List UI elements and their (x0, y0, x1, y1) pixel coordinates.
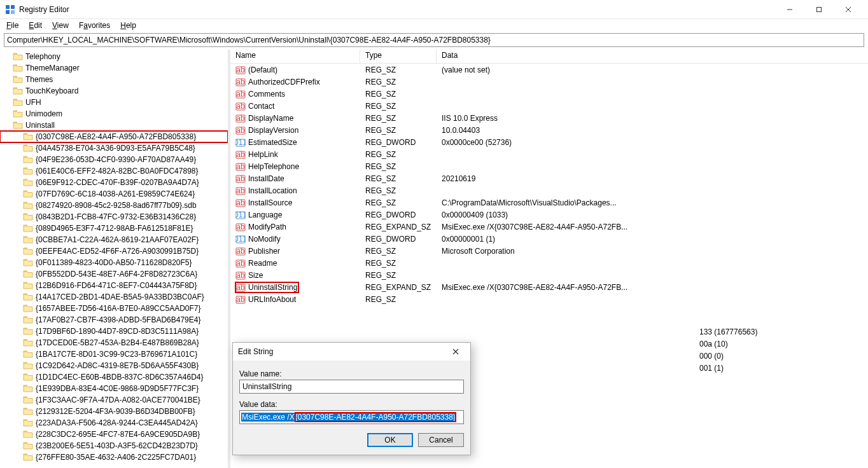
tree-key[interactable]: {06E9F912-CDEC-470F-B39F-0207BA9A4D7A} (0, 177, 228, 188)
menu-favorites[interactable]: Favorites (75, 20, 114, 31)
svg-text:ab: ab (236, 247, 245, 256)
value-data-field[interactable]: MsiExec.exe /X{0307C98E-AE82-4A4F-A950-A… (239, 410, 464, 424)
tree-key[interactable]: {1BA17C7E-8D01-3C99-9C23-B769671A101C} (0, 348, 228, 360)
menu-help[interactable]: Help (116, 20, 140, 31)
tree-key[interactable]: {17DCED0E-5B27-453A-B2B4-E487B869B28A} (0, 337, 228, 348)
menu-view[interactable]: View (48, 20, 73, 31)
tree-key[interactable]: {12B6D916-FD64-471C-8EF7-C04443A75F8D} (0, 280, 228, 291)
tree-key-selected[interactable]: {0307C98E-AE82-4A4F-A950-A72FBD805338} (0, 131, 228, 142)
value-row[interactable]: abCommentsREG_SZ (230, 88, 868, 100)
close-button[interactable] (834, 0, 863, 19)
value-data-prefix: MsiExec.exe /X (241, 413, 295, 422)
tree-key[interactable]: {1C92D642-AD8C-4319-8E7B-5D6AA55F430B} (0, 360, 228, 371)
value-row[interactable]: abDisplayNameREG_SZIIS 10.0 Express (230, 112, 868, 124)
value-row[interactable]: abInstallSourceREG_SZC:\ProgramData\Micr… (230, 196, 868, 209)
dialog-titlebar[interactable]: Edit String (233, 343, 470, 361)
tree-key[interactable]: {14A17CED-2BD1-4DAE-B5A5-9A33BD3BC0AF} (0, 291, 228, 303)
tree-key-label: {0EEFE4AC-ED52-4F6F-A726-A9030991B75D} (36, 247, 199, 256)
maximize-button[interactable] (804, 0, 834, 19)
tree-key[interactable]: {23B200E6-5E51-403D-A3F5-62CD42B23D7D} (0, 440, 228, 451)
value-row[interactable]: abInstallDateREG_SZ20210619 (230, 172, 868, 184)
tree-key[interactable]: {1E939DBA-83E4-4C0E-9868-9D9D5F77FC3F} (0, 383, 228, 394)
value-name: AuthorizedCDFPrefix (248, 78, 320, 86)
tree-key[interactable]: {228C3DC2-695E-4FC7-87E4-6A9CE905DA9B} (0, 429, 228, 440)
value-row[interactable]: abUninstallStringREG_EXPAND_SZMsiExec.ex… (230, 281, 868, 293)
value-name: DisplayVersion (248, 126, 298, 135)
svg-text:ab: ab (236, 102, 245, 111)
tree-key[interactable]: {0843B2D1-FCB8-47FC-9732-E36B31436C28} (0, 211, 228, 223)
minimize-button[interactable] (775, 0, 804, 19)
menu-edit[interactable]: Edit (25, 20, 46, 31)
tree-key[interactable]: ThemeManager (0, 62, 228, 74)
value-row[interactable]: abContactREG_SZ (230, 100, 868, 112)
tree-key[interactable]: {0FB552DD-543E-48E7-A6F4-2F8D82723C6A} (0, 268, 228, 280)
tree-key[interactable]: {17AF0B27-CB7F-4398-ADBD-5FBAD6B479E4} (0, 314, 228, 326)
col-name[interactable]: Name (230, 50, 360, 63)
tree-key[interactable]: {04A45738-E704-3A36-9D93-E5AFA79B5C48} (0, 142, 228, 154)
tree-key[interactable]: {061E40C6-EFF2-482A-82BC-B0A0FDC47898} (0, 165, 228, 177)
value-name-field[interactable] (239, 380, 464, 394)
tree-key[interactable]: {1F3C3AAC-9F7A-47DA-A082-0ACE770041BE} (0, 394, 228, 406)
value-type: REG_SZ (360, 259, 437, 268)
dialog-close-button[interactable] (446, 344, 465, 359)
value-row[interactable]: abAuthorizedCDFPrefixREG_SZ (230, 76, 868, 88)
value-data: C:\ProgramData\Microsoft\VisualStudio\Pa… (437, 198, 868, 207)
col-data[interactable]: Data (437, 50, 868, 63)
folder-icon (23, 384, 33, 393)
value-row[interactable]: abInstallLocationREG_SZ (230, 184, 868, 196)
value-row[interactable]: 011EstimatedSizeREG_DWORD0x0000ce00 (527… (230, 136, 868, 148)
address-bar[interactable]: Computer\HKEY_LOCAL_MACHINE\SOFTWARE\Mic… (4, 33, 864, 47)
value-row[interactable]: abSizeREG_SZ (230, 269, 868, 281)
tree-key[interactable]: {089D4965-E3F7-4712-98AB-FA612518F81E} (0, 223, 228, 234)
cancel-button[interactable]: Cancel (418, 433, 464, 447)
svg-text:ab: ab (236, 271, 245, 280)
value-icon: 011 (235, 234, 246, 244)
value-row[interactable]: abDisplayVersionREG_SZ10.0.04403 (230, 124, 868, 136)
value-name: NoModify (248, 235, 281, 244)
value-icon: ab (235, 294, 246, 305)
value-row[interactable]: 011NoModifyREG_DWORD0x00000001 (1) (230, 233, 868, 245)
tree-key[interactable]: {04F9E236-053D-4CF0-9390-AF70AD87AA49} (0, 154, 228, 165)
tree-key[interactable]: {1657ABEE-7D56-416A-B7E0-A89CC5AAD0F7} (0, 303, 228, 314)
tree-key[interactable]: {2129312E-5204-4F3A-9039-B6D34DBB00FB} (0, 406, 228, 417)
tree-key[interactable]: {07FD769C-6C18-4038-A261-E9859C74E624} (0, 188, 228, 200)
value-row[interactable]: abPublisherREG_SZMicrosoft Corporation (230, 245, 868, 257)
value-row[interactable]: 011LanguageREG_DWORD0x00000409 (1033) (230, 209, 868, 221)
value-row[interactable]: abModifyPathREG_EXPAND_SZMsiExec.exe /X{… (230, 221, 868, 233)
tree-key[interactable]: {0F011389-4823-40D0-AB50-711628D820F5} (0, 257, 228, 268)
tree-key[interactable]: Themes (0, 74, 228, 85)
value-type: REG_SZ (360, 65, 437, 74)
value-row[interactable]: ab(Default)REG_SZ(value not set) (230, 64, 868, 76)
tree-key[interactable]: {0CBBE7A1-C22A-462A-8619-21AAF07EA02F} (0, 234, 228, 245)
menu-file[interactable]: File (3, 20, 22, 31)
tree-key[interactable]: {08274920-8908-45c2-9258-8ad67ff77b09}.s… (0, 200, 228, 211)
col-type[interactable]: Type (360, 50, 437, 63)
tree-key[interactable]: TouchKeyboard (0, 85, 228, 97)
svg-text:ab: ab (236, 295, 245, 304)
folder-icon (23, 441, 33, 450)
tree-key[interactable]: Uninstall (0, 120, 228, 131)
tree-key-label: {061E40C6-EFF2-482A-82BC-B0A0FDC47898} (36, 167, 198, 176)
tree-key[interactable]: {223ADA3A-F506-428A-9244-C3EA445AD42A} (0, 417, 228, 429)
value-row[interactable]: abHelpLinkREG_SZ (230, 148, 868, 160)
tree-key[interactable]: Unimodem (0, 108, 228, 120)
value-row[interactable]: abHelpTelephoneREG_SZ (230, 160, 868, 172)
value-type: REG_SZ (360, 150, 437, 159)
tree-key[interactable]: {276FFE80-35AE-4632-A406-2C225FC7DA01} (0, 451, 228, 463)
value-row[interactable]: abURLInfoAboutREG_SZ (230, 293, 868, 305)
tree-key[interactable]: {1D1DC4EC-E60B-4BDB-837C-8D6C357A46D4} (0, 371, 228, 383)
ok-button[interactable]: OK (367, 433, 413, 447)
value-row[interactable]: abReadmeREG_SZ (230, 257, 868, 269)
folder-icon (13, 52, 23, 61)
tree-key[interactable]: Telephony (0, 51, 228, 62)
svg-text:ab: ab (236, 114, 245, 123)
value-icon: 011 (235, 137, 246, 148)
folder-icon (23, 407, 33, 416)
value-icon: ab (235, 258, 246, 268)
tree-key[interactable]: {0EEFE4AC-ED52-4F6F-A726-A9030991B75D} (0, 245, 228, 257)
tree-key[interactable]: {17D9BF6D-1890-44D7-89CD-8D3C5111A98A} (0, 326, 228, 337)
key-tree[interactable]: TelephonyThemeManagerThemesTouchKeyboard… (0, 50, 230, 468)
tree-key[interactable]: UFH (0, 97, 228, 108)
value-icon: ab (235, 65, 246, 75)
tree-key-label: ThemeManager (25, 64, 80, 72)
